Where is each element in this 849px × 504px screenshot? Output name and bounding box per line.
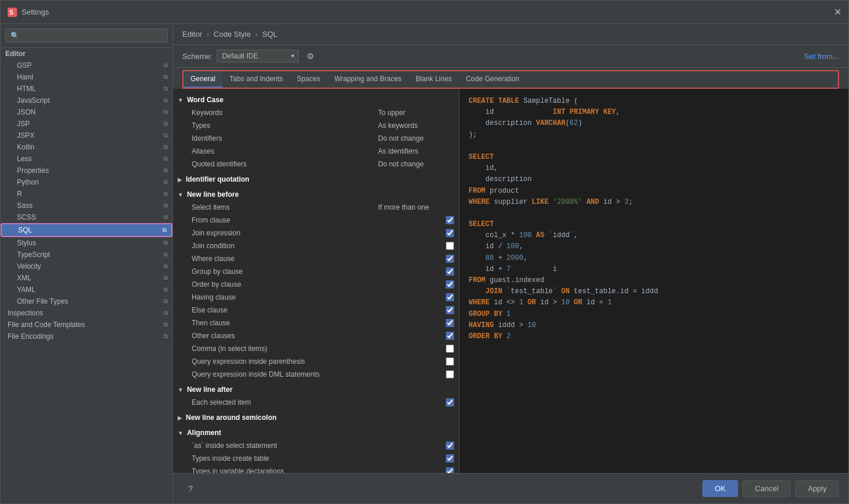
copy-icon: ⧉	[164, 62, 168, 69]
scheme-select[interactable]: Default IDE	[217, 50, 299, 62]
types-in-variable-declarations-checkbox[interactable]	[446, 467, 454, 473]
sidebar-item-file-and-code-templates[interactable]: File and Code Templates ⧉	[1, 319, 172, 331]
each-selected-item-checkbox[interactable]	[446, 398, 454, 406]
sidebar-item-sass[interactable]: Sass ⧉	[1, 200, 172, 211]
copy-icon: ⧉	[162, 227, 167, 234]
other-clauses-checkbox[interactable]	[446, 332, 454, 340]
set-from-link[interactable]: Set from...	[804, 52, 839, 61]
code-line-12: SELECT	[469, 219, 839, 230]
copy-icon: ⧉	[164, 74, 168, 81]
scheme-gear-button[interactable]: ⚙	[303, 50, 318, 62]
sidebar-item-gsp[interactable]: GSP ⧉	[1, 60, 172, 71]
setting-as-inside-select: `as` inside select statement	[173, 439, 459, 452]
tab-spaces[interactable]: Spaces	[290, 71, 327, 88]
setting-comma-select-items: Comma (in select items)	[173, 342, 459, 355]
word-case-group: ▼ Word Case Keywords To upper Types As k…	[173, 93, 459, 171]
content-area: ▼ Word Case Keywords To upper Types As k…	[173, 89, 848, 473]
window-title: Settings	[22, 8, 834, 16]
having-clause-checkbox[interactable]	[446, 293, 454, 301]
search-input[interactable]	[5, 29, 168, 43]
order-by-clause-checkbox[interactable]	[446, 280, 454, 289]
setting-join-condition: Join condition	[173, 239, 459, 252]
breadcrumb-code-style: Code Style	[214, 30, 251, 39]
setting-from-clause: From clause	[173, 214, 459, 227]
sidebar-item-sql[interactable]: SQL ⧉	[1, 223, 172, 237]
sidebar-item-scss[interactable]: SCSS ⧉	[1, 211, 172, 223]
sidebar-item-jspx[interactable]: JSPX ⧉	[1, 130, 172, 141]
copy-icon: ⧉	[164, 132, 168, 139]
sidebar-item-typescript[interactable]: TypeScript ⧉	[1, 249, 172, 260]
code-line-17: FROM guest.indexed	[469, 275, 839, 286]
sidebar-item-javascript[interactable]: JavaScript ⧉	[1, 95, 172, 106]
copy-icon: ⧉	[164, 298, 168, 305]
join-expression-checkbox[interactable]	[446, 229, 454, 237]
new-line-after-title: New line after	[187, 385, 233, 394]
collapse-arrow: ▼	[178, 430, 183, 436]
sidebar-item-haml[interactable]: Haml ⧉	[1, 71, 172, 83]
new-line-before-header[interactable]: ▼ New line before	[173, 188, 459, 201]
apply-button[interactable]: Apply	[795, 480, 839, 497]
alignment-group: ▼ Alignment `as` inside select statement…	[173, 426, 459, 473]
sidebar-item-json[interactable]: JSON ⧉	[1, 106, 172, 118]
sidebar-item-python[interactable]: Python ⧉	[1, 176, 172, 188]
breadcrumb-sql: SQL	[262, 30, 278, 39]
new-line-around-semicolon-header[interactable]: ▶ New line around semicolon	[173, 411, 459, 424]
collapse-arrow: ▶	[178, 415, 182, 421]
from-clause-checkbox[interactable]	[446, 216, 454, 224]
title-bar: S Settings ✕	[1, 1, 848, 24]
word-case-title: Word Case	[187, 96, 223, 104]
query-expression-parenthesis-checkbox[interactable]	[446, 357, 454, 366]
scheme-dropdown: Default IDE	[217, 50, 299, 62]
cancel-button[interactable]: Cancel	[743, 480, 791, 497]
where-clause-checkbox[interactable]	[446, 255, 454, 263]
copy-icon: ⧉	[164, 202, 168, 209]
sidebar-item-html[interactable]: HTML ⧉	[1, 83, 172, 95]
tab-wrapping-and-braces[interactable]: Wrapping and Braces	[327, 71, 408, 88]
sidebar-item-other-file-types[interactable]: Other File Types ⧉	[1, 296, 172, 307]
tabs-wrapper: General Tabs and Indents Spaces Wrapping…	[173, 68, 848, 89]
new-line-after-header[interactable]: ▼ New line after	[173, 383, 459, 396]
sidebar-item-inspections[interactable]: Inspections ⧉	[1, 307, 172, 319]
copy-icon: ⧉	[164, 333, 168, 340]
setting-group-by-clause: Group by clause	[173, 265, 459, 278]
tab-general[interactable]: General	[183, 71, 223, 88]
sidebar: Editor GSP ⧉ Haml ⧉ HTML ⧉ JavaScript ⧉	[1, 24, 173, 503]
new-line-around-semicolon-title: New line around semicolon	[186, 413, 276, 422]
sidebar-item-less[interactable]: Less ⧉	[1, 153, 172, 165]
as-inside-select-checkbox[interactable]	[446, 442, 454, 450]
then-clause-checkbox[interactable]	[446, 319, 454, 327]
query-expression-dml-checkbox[interactable]	[446, 370, 454, 378]
collapse-arrow: ▶	[178, 176, 182, 183]
close-button[interactable]: ✕	[834, 6, 841, 18]
code-line-20: GROUP BY 1	[469, 309, 839, 320]
types-inside-create-table-checkbox[interactable]	[446, 454, 454, 463]
word-case-header[interactable]: ▼ Word Case	[173, 93, 459, 106]
new-line-after-group: ▼ New line after Each selected item	[173, 383, 459, 409]
copy-icon: ⧉	[164, 321, 168, 328]
sidebar-item-jsp[interactable]: JSP ⧉	[1, 118, 172, 130]
comma-select-items-checkbox[interactable]	[446, 345, 454, 353]
identifier-quotation-header[interactable]: ▶ Identifier quotation	[173, 173, 459, 186]
sidebar-item-yaml[interactable]: YAML ⧉	[1, 284, 172, 296]
sidebar-item-file-encodings[interactable]: File Encodings ⧉	[1, 331, 172, 342]
group-by-clause-checkbox[interactable]	[446, 267, 454, 276]
sidebar-item-xml[interactable]: XML ⧉	[1, 272, 172, 284]
tab-code-generation[interactable]: Code Generation	[459, 71, 526, 88]
new-line-around-semicolon-group: ▶ New line around semicolon	[173, 411, 459, 424]
else-clause-checkbox[interactable]	[446, 306, 454, 314]
copy-icon: ⧉	[164, 274, 168, 281]
ok-button[interactable]: OK	[702, 480, 738, 497]
sidebar-item-stylus[interactable]: Stylus ⧉	[1, 237, 172, 249]
tab-blank-lines[interactable]: Blank Lines	[408, 71, 459, 88]
settings-panel: ▼ Word Case Keywords To upper Types As k…	[173, 89, 459, 473]
collapse-arrow: ▼	[178, 387, 183, 393]
join-condition-checkbox[interactable]	[446, 242, 454, 250]
sidebar-item-properties[interactable]: Properties ⧉	[1, 165, 172, 176]
help-button[interactable]: ?	[182, 481, 199, 497]
tab-tabs-and-indents[interactable]: Tabs and Indents	[223, 71, 290, 88]
alignment-header[interactable]: ▼ Alignment	[173, 426, 459, 439]
setting-query-expression-dml: Query expression inside DML statements	[173, 368, 459, 381]
sidebar-item-r[interactable]: R ⧉	[1, 188, 172, 200]
sidebar-item-kotlin[interactable]: Kotlin ⧉	[1, 141, 172, 153]
sidebar-item-velocity[interactable]: Velocity ⧉	[1, 260, 172, 272]
